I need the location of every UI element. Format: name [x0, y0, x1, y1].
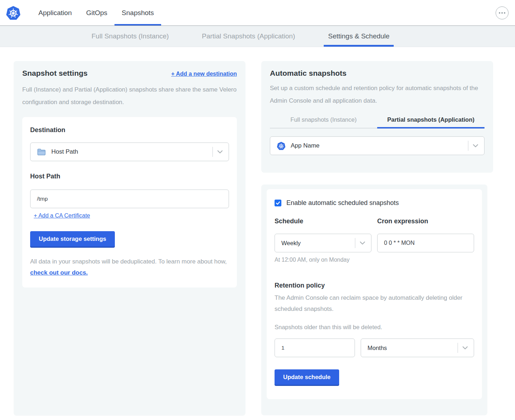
host-path-label: Host Path: [30, 173, 229, 180]
top-nav: Application GitOps Snapshots: [0, 0, 515, 26]
subtab-settings-schedule[interactable]: Settings & Schedule: [324, 26, 394, 47]
automatic-snapshots-description: Set up a custom schedule and retention p…: [270, 82, 484, 107]
retention-hint: Snapshots older than this will be delete…: [275, 324, 474, 331]
schedule-interval-value: Weekly: [281, 240, 301, 247]
ellipsis-icon: [501, 12, 503, 14]
chevron-down-icon: [461, 344, 469, 352]
docs-link[interactable]: check out our docs.: [30, 269, 88, 276]
dedupe-note: All data in your snapshots will be dedup…: [30, 256, 229, 278]
schedule-card: Enable automatic scheduled snapshots Sch…: [261, 185, 487, 415]
subtab-full-snapshots[interactable]: Full Snapshots (Instance): [87, 26, 173, 47]
divider: [212, 147, 213, 157]
cron-human-readable: At 12:00 AM, only on Monday: [275, 257, 371, 263]
retention-unit-value: Months: [367, 345, 387, 351]
chevron-down-icon: [358, 239, 367, 247]
chevron-down-icon: [216, 148, 224, 156]
host-path-input[interactable]: [30, 190, 229, 208]
snapshots-subnav: Full Snapshots (Instance) Partial Snapsh…: [0, 26, 515, 47]
update-schedule-button[interactable]: Update schedule: [275, 369, 339, 385]
primary-nav: Application GitOps Snapshots: [31, 0, 161, 25]
tab-partial-snapshots-application[interactable]: Partial snapshots (Application): [377, 116, 484, 129]
enable-snapshots-checkbox[interactable]: [275, 200, 281, 206]
schedule-label: Schedule: [275, 218, 371, 225]
nav-item-gitops[interactable]: GitOps: [79, 0, 114, 25]
add-ca-certificate-link[interactable]: + Add a CA Certificate: [34, 213, 90, 219]
snapshot-settings-description: Full (Instance) and Partial (Application…: [22, 83, 237, 108]
nav-item-snapshots[interactable]: Snapshots: [114, 0, 161, 25]
ellipsis-icon: [499, 12, 500, 14]
dedupe-note-text: All data in your snapshots will be dedup…: [30, 258, 227, 265]
ellipsis-icon: [504, 12, 505, 14]
retention-policy-description: The Admin Console can reclaim space by a…: [275, 292, 474, 314]
schedule-form: Enable automatic scheduled snapshots Sch…: [267, 189, 482, 399]
app-logo[interactable]: [0, 0, 26, 25]
storage-settings-form: Destination Host Path Host Path: [22, 117, 237, 288]
enable-snapshots-label: Enable automatic scheduled snapshots: [286, 199, 399, 207]
kubernetes-app-icon: [277, 141, 286, 150]
folder-icon: [37, 148, 46, 156]
enable-snapshots-row[interactable]: Enable automatic scheduled snapshots: [275, 199, 474, 207]
check-icon: [276, 201, 280, 205]
app-select[interactable]: App Name: [270, 136, 484, 155]
cron-expression-label: Cron expression: [377, 218, 474, 225]
chevron-down-icon: [471, 141, 480, 150]
destination-selected-value: Host Path: [51, 148, 78, 155]
destination-select[interactable]: Host Path: [30, 143, 229, 161]
schedule-interval-select[interactable]: Weekly: [275, 234, 371, 252]
tab-full-snapshots-instance[interactable]: Full snapshots (Instance): [270, 116, 377, 129]
app-selected-value: App Name: [291, 142, 319, 149]
overflow-menu-button[interactable]: [496, 6, 509, 19]
divider: [355, 238, 355, 248]
cron-expression-input[interactable]: [377, 234, 474, 252]
nav-item-application[interactable]: Application: [31, 0, 79, 25]
add-new-destination-link[interactable]: + Add a new destination: [171, 71, 237, 77]
snapshot-settings-title: Snapshot settings: [22, 69, 88, 78]
update-storage-settings-button[interactable]: Update storage settings: [30, 231, 115, 247]
destination-label: Destination: [30, 126, 229, 134]
snapshot-settings-card: Snapshot settings + Add a new destinatio…: [14, 61, 245, 416]
snapshot-type-tabs: Full snapshots (Instance) Partial snapsh…: [270, 116, 484, 129]
automatic-snapshots-title: Automatic snapshots: [270, 69, 484, 78]
kubernetes-logo-icon: [6, 5, 21, 20]
subtab-partial-snapshots[interactable]: Partial Snapshots (Application): [197, 26, 299, 47]
retention-policy-title: Retention policy: [275, 282, 474, 289]
divider: [458, 343, 458, 353]
automatic-snapshots-card: Automatic snapshots Set up a custom sche…: [261, 61, 493, 173]
retention-unit-select[interactable]: Months: [361, 339, 474, 357]
divider: [468, 141, 468, 151]
retention-value-input[interactable]: [275, 339, 355, 357]
